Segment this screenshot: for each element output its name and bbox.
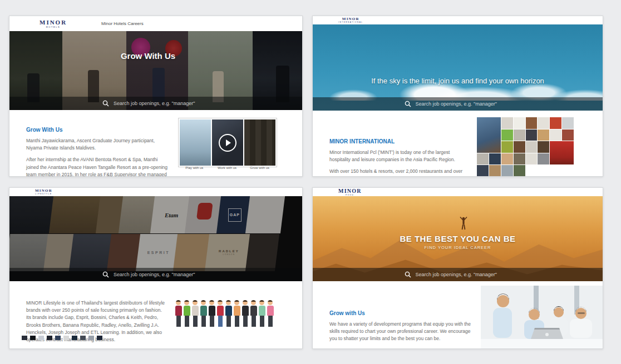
hero-subtitle: FIND YOUR IDEAL CAREER xyxy=(313,245,603,250)
hero-title: Grow With Us xyxy=(121,51,175,61)
search-icon xyxy=(405,271,411,278)
minor-food-page: MINOR FOOD BE THE BEST YOU CAN BE FIND Y… xyxy=(312,187,603,349)
play-icon xyxy=(226,139,231,146)
search-input[interactable] xyxy=(415,271,511,278)
hotels-header: MINOR HOTELS Minor Hotels Careers xyxy=(9,16,302,31)
food-hero-banner: BE THE BEST YOU CAN BE FIND YOUR IDEAL C… xyxy=(313,196,603,281)
job-search-bar[interactable] xyxy=(313,97,603,111)
photo-mosaic xyxy=(477,117,574,177)
logo-subtext: FOOD xyxy=(338,195,362,196)
hero-title: BE THE BEST YOU CAN BE xyxy=(313,234,603,243)
lifestyle-content-section: MINOR Lifestyle is one of Thailand's lar… xyxy=(9,281,302,343)
lifestyle-header: MINOR LIFESTYLE xyxy=(9,188,302,196)
caption-work-with-us: Work with us xyxy=(211,166,244,169)
section-paragraph: With over 150 hotels & resorts, over 2,0… xyxy=(329,168,471,177)
minor-hotels-logo[interactable]: MINOR HOTELS xyxy=(40,19,67,28)
minor-international-logo[interactable]: MINOR INTERNATIONAL xyxy=(338,17,363,23)
minor-hotels-page: MINOR HOTELS Minor Hotels Careers Grow W… xyxy=(9,16,303,177)
office-team-photo xyxy=(481,286,603,348)
minor-international-page: MINOR INTERNATIONAL If the sky is the li… xyxy=(312,16,603,177)
minor-lifestyle-page: MINOR LIFESTYLE Etam GAP ESPRIT xyxy=(9,187,303,349)
video-still-play xyxy=(180,119,211,166)
minor-lifestyle-logo[interactable]: MINOR LIFESTYLE xyxy=(35,189,52,195)
partial-logo-strip xyxy=(22,336,102,340)
international-header: MINOR INTERNATIONAL xyxy=(313,16,603,24)
job-search-bar[interactable] xyxy=(9,97,302,110)
search-input[interactable] xyxy=(112,271,209,278)
logo-wordmark: MINOR xyxy=(338,188,362,194)
section-paragraph: Manthi Jayawickarama, Ascent Graduate Jo… xyxy=(26,137,168,152)
section-paragraph: We have a variety of development program… xyxy=(329,321,471,343)
logo-subtext: LIFESTYLE xyxy=(35,193,52,195)
caption-play-with-us: Play with us xyxy=(178,166,211,169)
job-search-bar[interactable] xyxy=(9,268,302,281)
search-input[interactable] xyxy=(112,100,209,107)
video-still-grow xyxy=(244,119,275,166)
international-hero-banner: If the sky is the limit, join us and fin… xyxy=(313,24,603,111)
food-header: MINOR FOOD xyxy=(313,188,603,196)
hotels-hero-banner: Grow With Us xyxy=(9,31,302,110)
video-captions: Play with us Work with us Grow with us xyxy=(178,166,276,169)
search-icon xyxy=(102,100,109,107)
climber-silhouette xyxy=(459,216,468,231)
play-button[interactable] xyxy=(219,134,236,152)
recruitment-video-thumbnail[interactable] xyxy=(178,118,277,167)
search-input[interactable] xyxy=(415,101,511,107)
hotels-content-section: Grow With Us Manthi Jayawickarama, Ascen… xyxy=(9,110,302,177)
logo-wordmark: MINOR xyxy=(40,19,67,26)
team-illustration xyxy=(169,287,280,327)
logo-subtext: HOTELS xyxy=(40,26,67,28)
logo-wordmark: MINOR xyxy=(35,189,52,193)
lifestyle-hero-banner: Etam GAP ESPRIT RADLEY LONDON xyxy=(9,196,302,281)
logo-wordmark: MINOR xyxy=(338,17,363,21)
search-icon xyxy=(102,271,109,278)
search-icon xyxy=(405,101,411,107)
section-paragraph: After her internship at the AVANI Bentot… xyxy=(26,156,168,177)
header-title: Minor Hotels Careers xyxy=(101,21,144,26)
minor-food-logo[interactable]: MINOR FOOD xyxy=(338,188,362,196)
section-paragraph: Minor International Pcl ('MINT') is toda… xyxy=(329,149,471,163)
hero-title: If the sky is the limit, join us and fin… xyxy=(313,77,603,85)
job-search-bar[interactable] xyxy=(313,268,603,281)
logo-subtext: INTERNATIONAL xyxy=(338,22,363,23)
caption-grow-with-us: Grow with us xyxy=(243,166,276,169)
